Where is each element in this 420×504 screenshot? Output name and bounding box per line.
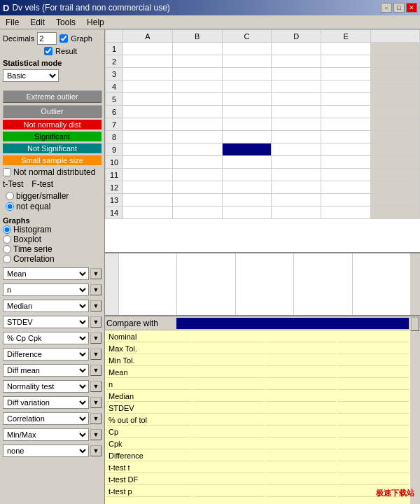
cell[interactable] [321,93,371,106]
select-stdev[interactable]: STDEV [3,316,89,328]
cell[interactable] [321,181,371,194]
select-none[interactable]: none [3,444,89,457]
graph-checkbox[interactable] [59,34,68,43]
cell[interactable] [321,206,371,219]
arrow-diffvariation[interactable]: ▼ [90,397,102,408]
cell[interactable] [172,106,222,118]
cell[interactable] [321,80,371,93]
arrow-normality[interactable]: ▼ [90,381,102,392]
cell[interactable] [272,144,321,156]
menu-edit[interactable]: Edit [27,16,48,29]
cell[interactable] [272,68,321,80]
decimals-input[interactable] [37,32,57,45]
arrow-n[interactable]: ▼ [90,284,102,295]
arrow-minmax[interactable]: ▼ [90,429,102,440]
cell[interactable] [222,55,272,68]
cell[interactable] [272,156,321,169]
menu-file[interactable]: File [3,16,22,29]
cell[interactable] [272,118,321,131]
cell[interactable] [272,169,321,181]
cell[interactable] [123,156,173,169]
result-checkbox[interactable] [44,47,52,55]
outlier-button[interactable]: Outlier [3,105,102,118]
spreadsheet[interactable]: A B C D E 1234567891011121314 [105,29,420,253]
cell[interactable] [272,43,321,55]
cell[interactable] [321,106,371,118]
cell[interactable] [321,131,371,144]
cell[interactable] [272,93,321,106]
cell[interactable] [123,181,173,194]
cell[interactable] [172,169,222,181]
minimize-button[interactable]: − [381,3,392,13]
cell[interactable] [272,55,321,68]
arrow-stdev[interactable]: ▼ [90,316,102,328]
arrow-none[interactable]: ▼ [90,445,102,456]
cell[interactable] [172,194,222,206]
select-n[interactable]: n [3,284,89,296]
cell[interactable] [172,80,222,93]
cell[interactable] [321,144,371,156]
cell[interactable] [172,181,222,194]
select-diffmean[interactable]: Diff mean [3,364,89,377]
cell[interactable] [172,68,222,80]
cell[interactable] [222,118,272,131]
select-mean[interactable]: Mean [3,267,89,280]
cell[interactable] [123,206,173,219]
cell[interactable] [321,68,371,80]
radio-bigger[interactable] [6,192,14,200]
cell[interactable] [172,206,222,219]
select-normality[interactable]: Normality test [3,380,89,393]
arrow-mean[interactable]: ▼ [90,268,102,279]
cell[interactable] [321,43,371,55]
cell[interactable] [172,93,222,106]
cell[interactable] [123,144,173,156]
cell[interactable] [272,194,321,206]
menu-help[interactable]: Help [84,16,107,29]
cell[interactable] [172,131,222,144]
select-diffvariation[interactable]: Diff variation [3,396,89,409]
arrow-diffmean[interactable]: ▼ [90,365,102,376]
cell[interactable] [321,194,371,206]
cell[interactable] [222,43,272,55]
arrow-cpcpk[interactable]: ▼ [90,332,102,344]
arrow-difference[interactable]: ▼ [90,349,102,360]
cell[interactable] [172,55,222,68]
select-correlation[interactable]: Correlation [3,412,89,425]
menu-tools[interactable]: Tools [53,16,78,29]
cell[interactable] [321,118,371,131]
cell[interactable] [123,55,173,68]
cell[interactable] [222,93,272,106]
cell[interactable] [172,118,222,131]
cell[interactable] [272,206,321,219]
cell[interactable] [123,106,173,118]
radio-boxplot[interactable] [3,235,11,244]
radio-histogram[interactable] [3,225,11,234]
stat-mode-select[interactable]: Basic Advanced [3,69,59,82]
radio-correlation[interactable] [3,255,11,263]
cell[interactable] [222,181,272,194]
cell[interactable] [123,43,173,55]
cell[interactable] [222,131,272,144]
cell[interactable] [123,118,173,131]
cell[interactable] [222,80,272,93]
cell[interactable] [272,106,321,118]
maximize-button[interactable]: □ [393,3,405,13]
cell[interactable] [123,169,173,181]
scroll-right[interactable] [410,316,420,504]
cell[interactable] [272,181,321,194]
cell[interactable] [321,55,371,68]
cell[interactable] [222,144,272,156]
cell[interactable] [222,206,272,219]
arrow-correlation[interactable]: ▼ [90,413,102,424]
radio-timeserie[interactable] [3,245,11,253]
cell[interactable] [222,68,272,80]
cell[interactable] [123,68,173,80]
extreme-outlier-button[interactable]: Extreme outlier [3,90,102,103]
select-minmax[interactable]: Min/Max [3,428,89,441]
cell[interactable] [123,194,173,206]
cell[interactable] [123,131,173,144]
radio-notequal[interactable] [6,202,14,211]
select-difference[interactable]: Difference [3,348,89,360]
cell[interactable] [123,93,173,106]
select-cpcpk[interactable]: % Cp Cpk [3,332,89,344]
